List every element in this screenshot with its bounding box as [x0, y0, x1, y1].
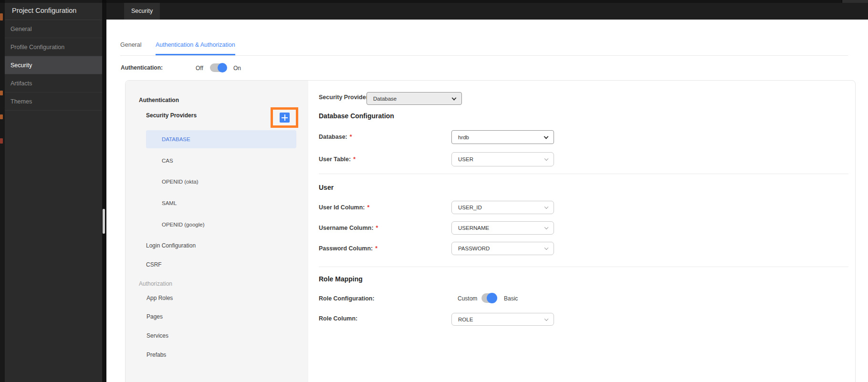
- authentication-toggle-row: Authentication: Off On: [121, 63, 312, 74]
- provider-item-openid-google[interactable]: OPENID (google): [146, 216, 296, 234]
- security-provider-select[interactable]: Database: [366, 92, 462, 105]
- required-asterisk: *: [353, 156, 356, 163]
- top-strip-right: [842, 0, 868, 3]
- provider-item-openid-okta[interactable]: OPENID (okta): [146, 173, 296, 191]
- plus-icon: [280, 113, 290, 123]
- role-column-label: Role Column:: [319, 315, 357, 322]
- nav-item-prefabs[interactable]: Prefabs: [146, 351, 166, 358]
- required-asterisk: *: [376, 225, 378, 231]
- scrollbar-thumb[interactable]: [103, 209, 105, 234]
- tab-general[interactable]: General: [120, 41, 141, 55]
- database-label: Database:*: [319, 134, 352, 140]
- chevron-down-icon: [544, 246, 548, 250]
- rail-icon-fragment: [0, 13, 3, 21]
- database-label-text: Database:: [319, 134, 347, 140]
- user-table-value: USER: [458, 156, 473, 162]
- required-asterisk: *: [375, 245, 377, 252]
- nav-item-csrf[interactable]: CSRF: [146, 261, 162, 268]
- nav-item-app-roles[interactable]: App Roles: [146, 295, 173, 301]
- user-table-label-text: User Table:: [319, 156, 351, 163]
- nav-item-services[interactable]: Services: [146, 332, 168, 339]
- user-id-label-text: User Id Column:: [319, 204, 365, 211]
- role-column-value: ROLE: [458, 317, 473, 322]
- user-table-select[interactable]: USER: [451, 152, 554, 166]
- toggle-knob: [218, 63, 227, 72]
- topbar: Security: [106, 0, 868, 20]
- toggle-on-label: On: [233, 65, 241, 72]
- database-select[interactable]: hrdb: [451, 130, 554, 144]
- section-divider: [319, 267, 848, 267]
- user-id-column-select[interactable]: USER_ID: [451, 201, 554, 214]
- role-toggle-custom-label: Custom: [458, 295, 477, 302]
- provider-item-cas[interactable]: CAS: [146, 152, 296, 170]
- auth-nav-panel: Authentication Security Providers DATABA…: [125, 81, 308, 382]
- nav-item-login-configuration[interactable]: Login Configuration: [146, 242, 196, 249]
- rail-icon-fragment: [0, 91, 3, 95]
- main-content: General Authentication & Authorization A…: [106, 20, 868, 382]
- rail-icon-fragment: [0, 138, 3, 144]
- sidebar-item-profile-configuration[interactable]: Profile Configuration: [5, 38, 102, 56]
- role-configuration-toggle[interactable]: [481, 293, 497, 303]
- section-title-user: User: [319, 184, 334, 191]
- tabbar: General Authentication & Authorization: [120, 40, 848, 56]
- database-value: hrdb: [458, 134, 469, 140]
- chevron-down-icon: [544, 317, 548, 320]
- username-value: USERNAME: [458, 225, 489, 231]
- sidebar-item-themes[interactable]: Themes: [5, 93, 102, 111]
- username-column-select[interactable]: USERNAME: [451, 221, 554, 235]
- username-column-label: Username Column:*: [319, 225, 378, 231]
- tab-authentication-authorization[interactable]: Authentication & Authorization: [156, 41, 235, 55]
- toggle-off-label: Off: [196, 65, 203, 72]
- sidebar: Project Configuration General Profile Co…: [5, 0, 102, 382]
- add-provider-button[interactable]: [280, 113, 290, 123]
- required-asterisk: *: [367, 204, 370, 211]
- section-title-database-configuration: Database Configuration: [319, 112, 394, 120]
- sidebar-item-security[interactable]: Security: [5, 56, 102, 74]
- top-tab-security[interactable]: Security: [124, 3, 160, 20]
- sidebar-item-artifacts[interactable]: Artifacts: [5, 74, 102, 93]
- toggle-knob: [487, 293, 497, 303]
- security-provider-value: Database: [373, 96, 397, 102]
- section-divider: [319, 174, 848, 174]
- required-asterisk: *: [350, 134, 352, 140]
- user-id-value: USER_ID: [458, 205, 482, 210]
- chevron-down-icon: [544, 134, 549, 139]
- password-value: PASSWORD: [458, 246, 490, 251]
- section-title-role-mapping: Role Mapping: [319, 275, 363, 283]
- chevron-down-icon: [544, 205, 548, 209]
- role-toggle-basic-label: Basic: [504, 295, 518, 302]
- authentication-label: Authentication:: [121, 64, 163, 71]
- chevron-down-icon: [544, 157, 548, 161]
- password-column-select[interactable]: PASSWORD: [451, 242, 554, 255]
- scrollbar-track: [102, 0, 106, 382]
- provider-item-database[interactable]: DATABASE: [146, 130, 296, 148]
- chevron-down-icon: [544, 226, 548, 229]
- password-column-label: Password Column:*: [319, 245, 377, 252]
- sidebar-item-general[interactable]: General: [5, 20, 102, 38]
- chevron-down-icon: [452, 95, 457, 100]
- top-strip: [0, 0, 868, 3]
- nav-item-pages[interactable]: Pages: [146, 313, 163, 320]
- username-label-text: Username Column:: [319, 225, 374, 231]
- left-icon-rail: [0, 0, 5, 382]
- user-table-label: User Table:*: [319, 156, 356, 163]
- authentication-toggle[interactable]: [210, 63, 227, 72]
- password-label-text: Password Column:: [319, 245, 373, 252]
- sidebar-title: Project Configuration: [5, 0, 102, 20]
- settings-card: Authentication Security Providers DATABA…: [125, 80, 856, 382]
- rail-icon-fragment: [0, 114, 3, 119]
- security-provider-label: Security Provider: [319, 94, 368, 101]
- add-provider-highlight-box: [271, 107, 298, 128]
- nav-heading-authorization: Authorization: [139, 280, 172, 287]
- nav-item-security-providers[interactable]: Security Providers: [146, 112, 197, 119]
- nav-heading-authentication: Authentication: [139, 97, 179, 103]
- role-column-select[interactable]: ROLE: [451, 313, 554, 326]
- user-id-column-label: User Id Column:*: [319, 204, 369, 211]
- role-configuration-label: Role Configuration:: [319, 295, 375, 302]
- provider-item-saml[interactable]: SAML: [146, 194, 296, 212]
